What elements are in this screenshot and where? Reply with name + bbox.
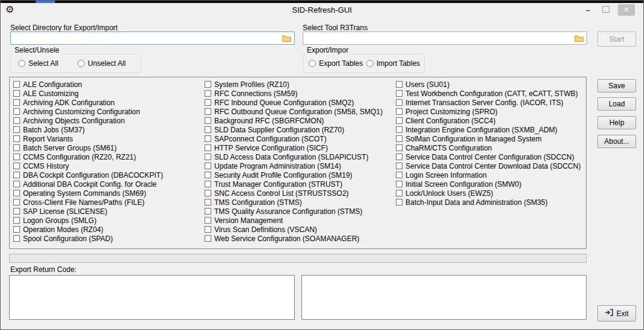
about-button[interactable]: About... xyxy=(597,135,636,148)
checkbox[interactable] xyxy=(205,99,211,106)
checkbox-item[interactable]: Batch-Input Data and Administration (SM3… xyxy=(396,198,585,207)
tool-input[interactable] xyxy=(303,32,571,44)
checkbox-item[interactable]: Service Data Control Center Download Dat… xyxy=(396,161,585,170)
checkbox-item[interactable]: Batch Jobs (SM37) xyxy=(13,125,202,134)
checkbox-item[interactable]: SAPconnect Configuration (SCOT) xyxy=(205,134,393,143)
checkbox-item[interactable]: Integration Engine Configuration (SXMB_A… xyxy=(396,125,585,134)
load-button[interactable]: Load xyxy=(597,97,636,111)
checkbox[interactable] xyxy=(13,135,20,142)
output-textbox-right[interactable] xyxy=(301,275,586,320)
checkbox[interactable] xyxy=(396,163,402,169)
checkbox[interactable] xyxy=(396,181,402,187)
checkbox-item[interactable]: Update Program Administration (SM14) xyxy=(205,161,393,170)
checkbox-item[interactable]: Lock/Unlock Users (EWZ5) xyxy=(396,189,585,198)
checkbox-item[interactable]: Web Service Configuration (SOAMANAGER) xyxy=(205,234,393,243)
checkbox[interactable] xyxy=(396,126,402,133)
checkbox[interactable] xyxy=(205,208,211,215)
checkbox-item[interactable]: Archiving ADK Configuration xyxy=(13,98,202,107)
checkbox[interactable] xyxy=(396,90,402,97)
checkbox[interactable] xyxy=(13,172,20,178)
radio-import-tables[interactable]: Import Tables xyxy=(366,59,420,68)
checkbox-item[interactable]: Internet Transaction Server Config. (IAC… xyxy=(396,98,585,107)
checkbox-item[interactable]: HTTP Service Configuration (SICF) xyxy=(205,143,393,152)
checkbox-item[interactable]: Project Customizing (SPRO) xyxy=(396,107,585,116)
radio-export-tables[interactable]: Export Tables xyxy=(309,59,363,68)
checkbox-item[interactable]: TMS Quality Assurance Configuration (STM… xyxy=(205,207,393,216)
checkbox-item[interactable]: ALE Customizing xyxy=(13,89,202,98)
checkbox[interactable] xyxy=(205,144,211,151)
radio-circle[interactable] xyxy=(309,60,316,67)
radio-select-all[interactable]: Select All xyxy=(18,59,58,68)
checkbox[interactable] xyxy=(13,117,20,124)
checkbox-item[interactable]: SolMan Configuration in Managed System xyxy=(396,134,585,143)
checkbox[interactable] xyxy=(396,144,402,151)
checkbox-item[interactable]: Virus Scan Definitions (VSCAN) xyxy=(205,225,393,234)
radio-circle[interactable] xyxy=(366,60,373,67)
checkbox-item[interactable]: DBA Cockpit Configuration (DBACOCKPIT) xyxy=(13,170,202,180)
close-button[interactable]: ✕ xyxy=(618,4,635,16)
checkbox-item[interactable]: SAP License (SLICENSE) xyxy=(13,207,202,216)
checkbox[interactable] xyxy=(13,108,20,115)
checkbox-item[interactable]: Security Audit Profile Configuration (SM… xyxy=(205,170,393,180)
exit-button[interactable]: Exit xyxy=(597,305,636,322)
radio-unselect-all[interactable]: Unselect All xyxy=(77,59,126,68)
browse-directory-button[interactable] xyxy=(280,33,294,44)
directory-input[interactable] xyxy=(11,32,278,44)
checkbox-item[interactable]: Spool Configuration (SPAD) xyxy=(13,234,202,243)
checkbox[interactable] xyxy=(396,154,402,160)
checkbox[interactable] xyxy=(13,226,20,233)
checkbox[interactable] xyxy=(205,81,211,88)
checkbox-item[interactable]: RFC Inbound Queue Configuration (SMQ2) xyxy=(205,98,393,107)
checkbox[interactable] xyxy=(205,190,211,196)
minimize-button[interactable]: – xyxy=(579,4,596,16)
checkbox-item[interactable]: Archiving Customizing Configuration xyxy=(13,107,202,116)
checkbox[interactable] xyxy=(13,235,20,242)
checkbox[interactable] xyxy=(396,99,402,106)
checkbox-item[interactable]: ChaRM/CTS Configuration xyxy=(396,143,585,152)
checkbox[interactable] xyxy=(205,163,211,169)
checkbox-item[interactable]: Client Configuration (SCC4) xyxy=(396,116,585,125)
checkbox[interactable] xyxy=(396,199,402,205)
checkbox-item[interactable]: Trust Manager Configuration (STRUST) xyxy=(205,180,393,189)
checkbox[interactable] xyxy=(205,172,211,178)
checkbox[interactable] xyxy=(13,217,20,224)
checkbox-item[interactable]: Operation Modes (RZ04) xyxy=(13,225,202,234)
checkbox[interactable] xyxy=(396,81,402,88)
checkbox-item[interactable]: Service Data Control Center Configuratio… xyxy=(396,152,585,161)
checkbox-item[interactable]: Report Variants xyxy=(13,134,202,143)
checkbox-item[interactable]: RFC Connections (SM59) xyxy=(205,89,393,98)
checkbox[interactable] xyxy=(205,135,211,142)
checkbox[interactable] xyxy=(13,99,20,106)
checkbox-item[interactable]: Login Screen Information xyxy=(396,170,585,180)
checkbox[interactable] xyxy=(205,108,211,115)
checkbox[interactable] xyxy=(205,217,211,224)
checkbox[interactable] xyxy=(205,117,211,124)
checkbox[interactable] xyxy=(396,117,402,124)
checkbox[interactable] xyxy=(13,181,20,187)
checkbox[interactable] xyxy=(13,81,20,88)
checkbox-item[interactable]: Initial Screen Configuration (SMW0) xyxy=(396,180,585,189)
checkbox-item[interactable]: SLD Data Supplier Configuration (RZ70) xyxy=(205,125,393,134)
checkbox[interactable] xyxy=(396,190,402,196)
checkbox-item[interactable]: CCMS History xyxy=(13,161,202,170)
checkbox-item[interactable]: SNC Access Control List (STRUSTSSO2) xyxy=(205,189,393,198)
checkbox[interactable] xyxy=(13,163,20,169)
checkbox[interactable] xyxy=(13,126,20,133)
checkbox[interactable] xyxy=(205,126,211,133)
output-textbox-left[interactable] xyxy=(9,275,295,320)
maximize-button[interactable] xyxy=(597,4,614,16)
checkbox[interactable] xyxy=(205,154,211,160)
checkbox-item[interactable]: CCMS Configuration (RZ20, RZ21) xyxy=(13,152,202,161)
save-button[interactable]: Save xyxy=(597,79,636,92)
checkbox[interactable] xyxy=(205,90,211,97)
checkbox-item[interactable]: Batch Server Groups (SM61) xyxy=(13,143,202,152)
checkbox[interactable] xyxy=(205,226,211,233)
help-button[interactable]: Help xyxy=(597,116,636,129)
checkbox-item[interactable]: Operating System Commands (SM69) xyxy=(13,189,202,198)
checkbox[interactable] xyxy=(205,199,211,205)
checkbox-item[interactable]: Cross-Client File Names/Paths (FILE) xyxy=(13,198,202,207)
checkbox-item[interactable]: Test Workbench Configuration (CATT, eCAT… xyxy=(396,89,585,98)
checkbox[interactable] xyxy=(13,144,20,151)
checkbox[interactable] xyxy=(13,154,20,160)
checkbox-item[interactable]: Version Management xyxy=(205,216,393,225)
